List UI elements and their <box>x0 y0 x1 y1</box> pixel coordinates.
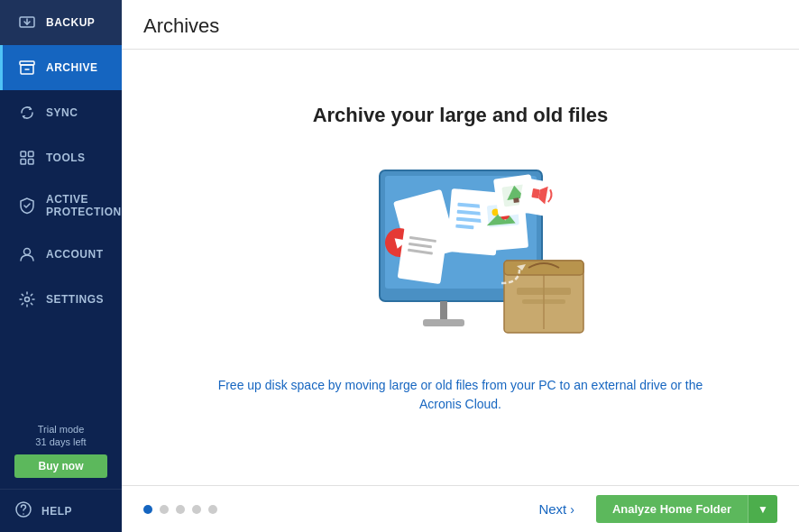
backup-icon <box>17 13 37 32</box>
svg-rect-6 <box>29 160 34 165</box>
sidebar: BACKUP ARCHIVE SYNC <box>0 0 122 532</box>
trial-info: Trial mode 31 days left Buy now <box>0 413 122 489</box>
sync-icon <box>17 103 37 123</box>
svg-rect-40 <box>513 197 519 203</box>
sidebar-item-settings-label: SETTINGS <box>46 293 104 306</box>
sidebar-item-account-label: ACCOUNT <box>46 248 104 261</box>
pagination-dot-1[interactable] <box>143 505 152 514</box>
sidebar-item-sync[interactable]: SYNC <box>0 90 122 135</box>
archive-illustration <box>326 152 596 351</box>
sidebar-item-backup[interactable]: BACKUP <box>0 0 122 45</box>
archive-headline: Archive your large and old files <box>313 104 609 127</box>
svg-rect-4 <box>29 151 34 157</box>
svg-rect-13 <box>440 301 447 321</box>
pagination-dot-2[interactable] <box>160 505 169 514</box>
svg-rect-5 <box>21 160 26 165</box>
settings-icon <box>17 289 37 309</box>
svg-rect-14 <box>423 319 464 326</box>
help-label: HELP <box>41 505 72 518</box>
svg-rect-19 <box>522 299 565 304</box>
main-content: Archives Archive your large and old file… <box>122 0 799 532</box>
sidebar-item-active-protection[interactable]: ACTIVE PROTECTION <box>0 180 122 232</box>
sidebar-item-archive-label: ARCHIVE <box>46 61 98 74</box>
pagination-area <box>143 505 217 514</box>
analyze-dropdown-button[interactable]: ▼ <box>748 495 777 523</box>
svg-point-10 <box>23 513 24 515</box>
sidebar-item-tools[interactable]: TOOLS <box>0 135 122 180</box>
sidebar-item-tools-label: TOOLS <box>46 151 86 164</box>
dropdown-chevron-icon: ▼ <box>758 503 768 516</box>
sidebar-item-settings[interactable]: SETTINGS <box>0 277 122 322</box>
sidebar-item-account[interactable]: ACCOUNT <box>0 232 122 277</box>
sidebar-item-sync-label: SYNC <box>46 106 78 119</box>
page-title: Archives <box>143 14 777 38</box>
days-left-text: 31 days left <box>14 436 107 447</box>
sidebar-item-help[interactable]: HELP <box>0 489 122 532</box>
svg-rect-3 <box>21 151 26 157</box>
svg-rect-33 <box>397 225 447 284</box>
main-body: Archive your large and old files <box>122 50 799 485</box>
trial-mode-text: Trial mode <box>14 424 107 435</box>
sidebar-item-active-protection-label: ACTIVE PROTECTION <box>46 193 122 219</box>
account-icon <box>17 244 37 264</box>
chevron-right-icon: › <box>570 502 574 517</box>
main-footer: Next › Analyze Home Folder ▼ <box>122 485 799 532</box>
pagination-dot-3[interactable] <box>176 505 185 514</box>
shield-icon <box>17 196 37 216</box>
next-button[interactable]: Next › <box>538 501 574 517</box>
pagination-dot-5[interactable] <box>208 505 217 514</box>
svg-rect-42 <box>531 188 540 197</box>
svg-point-7 <box>24 248 31 254</box>
help-icon <box>14 500 32 521</box>
analyze-btn-group: Analyze Home Folder ▼ <box>596 495 777 523</box>
analyze-home-folder-button[interactable]: Analyze Home Folder <box>596 495 748 523</box>
svg-rect-18 <box>517 288 571 295</box>
sidebar-item-archive[interactable]: ARCHIVE <box>0 45 122 90</box>
next-label: Next <box>538 501 566 517</box>
svg-point-8 <box>25 297 30 301</box>
page-header: Archives <box>122 0 799 50</box>
sidebar-item-backup-label: BACKUP <box>46 16 95 29</box>
buy-now-button[interactable]: Buy now <box>14 454 107 478</box>
tools-icon <box>17 148 37 168</box>
pagination-dot-4[interactable] <box>192 505 201 514</box>
archive-description: Free up disk space by moving large or ol… <box>199 376 722 414</box>
archive-icon <box>17 58 37 78</box>
